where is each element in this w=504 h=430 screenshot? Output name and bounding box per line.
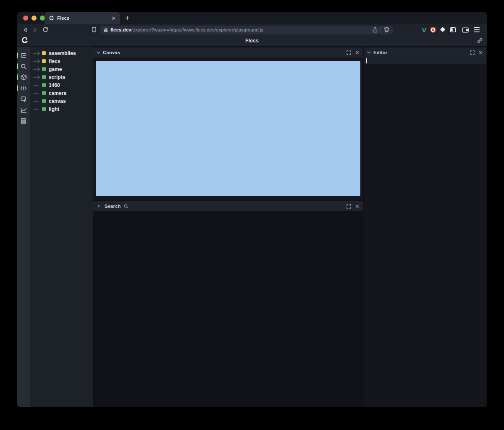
main-column: Canvas ✕ Search [93, 47, 363, 211]
close-panel-icon[interactable]: ✕ [355, 204, 360, 209]
sidebar-item-inspect[interactable] [17, 94, 30, 105]
tree-item-label: light [49, 106, 59, 112]
tree-item-flecs[interactable]: flecs [30, 57, 93, 65]
tree-item-label: camera [49, 90, 66, 96]
vue-devtools-icon[interactable]: V [422, 26, 426, 34]
expand-chevron-icon[interactable] [34, 76, 42, 79]
editor-panel: Editor ✕ [364, 47, 486, 407]
browser-toolbar: flecs.dev/explorer/?wasm=https://www.fle… [17, 24, 487, 35]
sidebar-toggle-icon[interactable] [450, 27, 456, 33]
expand-chevron-icon[interactable] [34, 68, 42, 71]
bookmark-icon[interactable] [89, 25, 99, 34]
entity-color-swatch [42, 75, 46, 79]
tree-item-label: assemblies [49, 50, 76, 56]
sidebar-item-search[interactable] [17, 61, 30, 72]
sidebar-item-tables[interactable] [17, 115, 30, 126]
share-link-icon[interactable] [477, 37, 483, 44]
forward-button[interactable] [30, 25, 40, 34]
editor-panel-header: Editor ✕ [364, 47, 486, 58]
entity-color-swatch [42, 107, 46, 111]
entity-tree-panel: assembliesflecsgamescripts1460cameracanv… [30, 47, 93, 407]
tree-item-assemblies[interactable]: assemblies [30, 49, 93, 57]
chevron-down-icon[interactable] [97, 51, 100, 54]
browser-window: Flecs ✕ + flecs.dev/ [17, 12, 487, 407]
browser-menu-icon[interactable] [474, 27, 480, 32]
brave-shield-icon[interactable] [384, 27, 389, 33]
tree-branch-line [34, 92, 42, 95]
flecs-favicon-icon [49, 16, 54, 21]
expand-chevron-icon[interactable] [34, 60, 42, 63]
sidebar-item-entities-cube[interactable] [17, 72, 30, 83]
entity-color-swatch [42, 51, 46, 55]
tree-item-scripts[interactable]: scripts [30, 73, 93, 81]
code-editor-input[interactable] [364, 58, 486, 407]
url-domain: flecs.dev [110, 27, 131, 32]
browser-tab[interactable]: Flecs ✕ [45, 12, 120, 24]
entity-color-swatch [42, 67, 46, 71]
close-window-button[interactable] [23, 16, 28, 21]
wallet-icon[interactable] [462, 27, 469, 33]
editor-panel-title: Editor [373, 50, 387, 55]
puzzle-extensions-icon[interactable] [440, 27, 446, 33]
tree-item-1460[interactable]: 1460 [30, 81, 93, 89]
tree-item-canvas[interactable]: canvas [30, 97, 93, 105]
search-panel-title: Search [105, 204, 121, 209]
share-icon[interactable] [373, 27, 378, 33]
tree-item-label: flecs [49, 58, 60, 64]
flecs-logo-icon [21, 37, 28, 44]
icon-sidebar [17, 47, 30, 407]
app-header: Flecs [17, 35, 487, 46]
desktop-background: Flecs ✕ + flecs.dev/ [0, 0, 504, 430]
canvas-panel-header: Canvas ✕ [93, 47, 363, 58]
sidebar-item-tree[interactable] [17, 50, 30, 61]
collapsed-bullet-icon [98, 205, 100, 207]
fullscreen-icon[interactable] [346, 50, 351, 55]
app-body: assembliesflecsgamescripts1460cameracanv… [17, 47, 487, 407]
app-title: Flecs [17, 38, 487, 44]
tree-branch-line [34, 84, 42, 87]
tree-item-label: canvas [49, 98, 66, 104]
close-panel-icon[interactable]: ✕ [355, 50, 360, 55]
tree-branch-line [34, 100, 42, 103]
divider [381, 27, 381, 33]
active-indicator [17, 52, 18, 58]
tree-item-camera[interactable]: camera [30, 89, 93, 97]
tab-title: Flecs [57, 16, 108, 21]
editor-current-line [364, 58, 486, 64]
text-caret [366, 58, 367, 63]
url-path: /explorer/?wasm=https://www.flecs.dev/ex… [131, 27, 263, 32]
canvas-panel-body [93, 58, 363, 199]
chevron-down-icon[interactable] [367, 51, 371, 54]
search-panel-header[interactable]: Search ✕ [93, 201, 363, 211]
tree-branch-line [34, 108, 42, 111]
extensions-area: V [422, 26, 469, 34]
extension-red-icon[interactable] [430, 27, 436, 33]
sidebar-item-stats[interactable] [17, 105, 30, 115]
active-indicator [17, 85, 18, 91]
url-text: flecs.dev/explorer/?wasm=https://www.fle… [110, 27, 263, 32]
canvas-panel-title: Canvas [103, 50, 120, 55]
search-icon [124, 204, 129, 209]
fullscreen-icon[interactable] [470, 50, 475, 55]
active-indicator [17, 74, 18, 80]
entity-color-swatch [42, 59, 46, 63]
lock-icon [104, 27, 108, 32]
sidebar-item-code[interactable] [17, 83, 30, 94]
window-controls [23, 16, 45, 21]
expand-chevron-icon[interactable] [34, 52, 42, 55]
tab-close-icon[interactable]: ✕ [111, 16, 116, 21]
tree-item-label: 1460 [49, 82, 60, 88]
back-button[interactable] [20, 25, 30, 34]
address-bar[interactable]: flecs.dev/explorer/?wasm=https://www.fle… [100, 26, 393, 34]
render-canvas[interactable] [96, 61, 360, 196]
new-tab-button[interactable]: + [122, 13, 133, 23]
tree-item-label: game [49, 66, 62, 72]
reload-button[interactable] [40, 25, 50, 34]
close-panel-icon[interactable]: ✕ [478, 50, 483, 55]
tree-item-light[interactable]: light [30, 105, 93, 113]
tree-item-game[interactable]: game [30, 65, 93, 73]
minimize-window-button[interactable] [32, 16, 37, 21]
entity-color-swatch [42, 83, 46, 87]
fullscreen-icon[interactable] [346, 204, 351, 209]
entity-color-swatch [42, 99, 46, 103]
